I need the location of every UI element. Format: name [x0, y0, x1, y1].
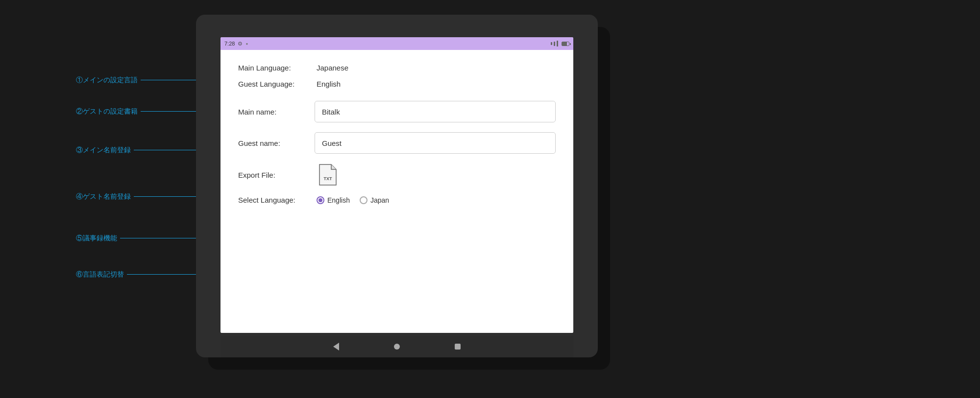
app-content: Main Language: Japanese Guest Language: …	[220, 50, 573, 333]
nav-recent-button[interactable]	[452, 341, 464, 352]
signal-bar-2	[554, 42, 555, 46]
main-language-value: Japanese	[317, 64, 348, 72]
annotation-1-text: ①メインの設定言語	[76, 76, 138, 85]
status-time: 7:28	[224, 41, 235, 47]
gear-icon: ⚙	[238, 41, 243, 47]
radio-english-label: English	[327, 196, 350, 204]
nav-home-button[interactable]	[391, 341, 403, 352]
guest-language-value: English	[317, 80, 341, 88]
tablet-screen: 7:28 ⚙ ●	[220, 37, 573, 333]
status-circle-icon: ●	[245, 42, 248, 46]
nav-bar	[220, 336, 573, 357]
home-circle-icon	[394, 344, 400, 350]
main-name-row: Main name:	[238, 101, 556, 122]
annotation-6-text: ⑥言語表記切替	[76, 270, 124, 279]
guest-name-label: Guest name:	[238, 139, 312, 147]
select-language-row: Select Language: English	[238, 196, 556, 204]
recent-square-icon	[455, 344, 461, 350]
radio-english-option[interactable]: English	[317, 196, 350, 204]
signal-bar-3	[557, 41, 558, 47]
guest-language-label: Guest Language:	[238, 80, 312, 88]
select-language-label: Select Language:	[238, 196, 312, 204]
annotation-4-text: ④ゲスト名前登録	[76, 192, 131, 201]
export-file-label: Export File:	[238, 171, 312, 179]
radio-japan-label: Japan	[370, 196, 389, 204]
signal-bar-1	[551, 42, 552, 45]
radio-japan-option[interactable]: Japan	[360, 196, 389, 204]
guest-language-row: Guest Language: English	[238, 80, 556, 88]
guest-name-input[interactable]	[315, 132, 556, 154]
main-name-label: Main name:	[238, 108, 312, 116]
svg-text:TXT: TXT	[324, 176, 333, 181]
annotation-2-text: ②ゲストの設定書籍	[76, 107, 138, 116]
txt-file-svg: TXT	[318, 164, 337, 186]
main-name-input[interactable]	[315, 101, 556, 122]
guest-name-row: Guest name:	[238, 132, 556, 154]
radio-english-circle	[317, 196, 324, 204]
radio-group: English Japan	[317, 196, 389, 204]
annotation-5-text: ⑤議事録機能	[76, 234, 117, 243]
main-language-row: Main Language: Japanese	[238, 64, 556, 72]
nav-back-button[interactable]	[330, 341, 342, 352]
main-language-label: Main Language:	[238, 64, 312, 72]
annotation-3-text: ③メイン名前登録	[76, 146, 131, 155]
battery-icon	[562, 42, 569, 46]
status-bar: 7:28 ⚙ ●	[220, 37, 573, 50]
back-triangle-icon	[333, 343, 339, 351]
export-file-row: Export File: TXT	[238, 164, 556, 186]
radio-japan-circle	[360, 196, 368, 204]
export-file-icon[interactable]: TXT	[318, 164, 337, 186]
